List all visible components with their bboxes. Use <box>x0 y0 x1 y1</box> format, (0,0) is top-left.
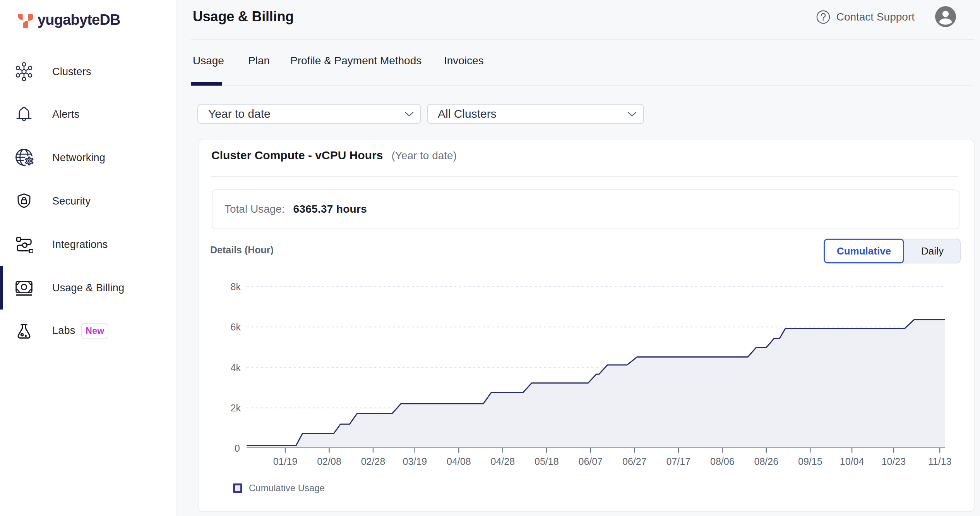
svg-text:06/27: 06/27 <box>622 456 647 467</box>
svg-text:07/17: 07/17 <box>666 456 691 467</box>
svg-text:4k: 4k <box>231 362 241 373</box>
svg-text:04/08: 04/08 <box>447 456 471 467</box>
svg-text:03/19: 03/19 <box>403 456 427 467</box>
svg-text:02/08: 02/08 <box>317 456 341 467</box>
svg-text:08/06: 08/06 <box>710 456 735 467</box>
svg-text:02/28: 02/28 <box>361 456 385 467</box>
svg-text:08/26: 08/26 <box>754 456 779 467</box>
svg-text:04/28: 04/28 <box>491 456 515 467</box>
svg-text:05/18: 05/18 <box>535 456 559 467</box>
svg-text:11/13: 11/13 <box>928 456 952 467</box>
svg-text:8k: 8k <box>231 281 241 292</box>
svg-text:6k: 6k <box>231 322 241 332</box>
svg-text:10/23: 10/23 <box>882 456 906 467</box>
svg-text:10/04: 10/04 <box>840 456 864 467</box>
svg-text:0: 0 <box>235 443 240 454</box>
svg-text:06/07: 06/07 <box>579 456 603 467</box>
svg-text:01/19: 01/19 <box>273 456 298 467</box>
svg-text:09/15: 09/15 <box>798 456 822 467</box>
svg-text:2k: 2k <box>231 402 241 413</box>
